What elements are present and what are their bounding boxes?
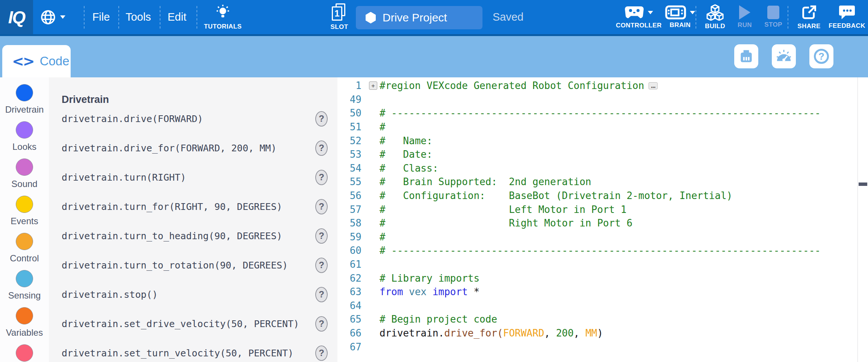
play-icon: [739, 5, 750, 20]
sidebar-item-looks[interactable]: Looks: [0, 121, 49, 152]
command-help-button[interactable]: ?: [315, 258, 328, 273]
command-help-button[interactable]: ?: [315, 228, 328, 244]
sidebar-item-variables[interactable]: Variables: [0, 307, 49, 338]
palette-command-row[interactable]: drivetrain.turn_to_heading(90, DEGREES)?: [49, 221, 337, 250]
slot-button[interactable]: 1 SLOT: [325, 0, 354, 34]
share-button[interactable]: SHARE: [792, 0, 826, 34]
menu-file[interactable]: File: [88, 0, 114, 34]
palette-command-text[interactable]: drivetrain.turn_to_heading(90, DEGREES): [62, 231, 282, 241]
code-line[interactable]: 60# ------------------------------------…: [337, 244, 868, 258]
code-line[interactable]: 56# Configuration: BaseBot (Drivetrain 2…: [337, 189, 868, 203]
palette-command-text[interactable]: drivetrain.turn_to_rotation(90, DEGREES): [62, 260, 288, 271]
collapsed-region-indicator[interactable]: …: [649, 82, 658, 89]
command-help-button[interactable]: ?: [315, 345, 328, 361]
sidebar-item-drivetrain[interactable]: Drivetrain: [0, 84, 49, 115]
code-line[interactable]: 65# Begin project code: [337, 312, 868, 326]
code-text[interactable]: from vex import *: [380, 286, 479, 297]
code-line[interactable]: 62# Library imports: [337, 271, 868, 285]
palette-command-text[interactable]: drivetrain.stop(): [62, 289, 158, 300]
code-line[interactable]: 66drivetrain.drive_for(FORWARD, 200, MM): [337, 326, 868, 340]
code-line[interactable]: 57# Left Motor in Port 1: [337, 202, 868, 216]
code-text[interactable]: #: [380, 231, 386, 243]
code-text[interactable]: # Name:: [380, 135, 432, 146]
palette-command-text[interactable]: drivetrain.turn_for(RIGHT, 90, DEGREES): [62, 201, 282, 212]
code-text[interactable]: drivetrain.drive_for(FORWARD, 200, MM): [380, 327, 603, 339]
device-port-button[interactable]: [734, 44, 758, 68]
palette-command-row[interactable]: drivetrain.drive_for(FORWARD, 200, MM)?: [49, 133, 337, 163]
sidebar-item-sensing[interactable]: Sensing: [0, 270, 49, 301]
palette-command-row[interactable]: drivetrain.set_drive_velocity(50, PERCEN…: [49, 309, 337, 338]
tutorials-button[interactable]: TUTORIALS: [202, 0, 243, 34]
controller-button[interactable]: CONTROLLER: [611, 0, 667, 34]
code-line[interactable]: 50# ------------------------------------…: [337, 106, 868, 120]
command-help-button[interactable]: ?: [315, 199, 328, 214]
palette-command-row[interactable]: drivetrain.drive(FORWARD)?: [49, 104, 337, 133]
code-text[interactable]: # Configuration: BaseBot (Drivetrain 2-m…: [380, 190, 732, 201]
sidebar-item-sound[interactable]: Sound: [0, 158, 49, 189]
code-text[interactable]: # Begin project code: [380, 314, 497, 325]
code-line[interactable]: 53# Date:: [337, 148, 868, 161]
build-button[interactable]: BUILD: [700, 0, 730, 34]
code-line[interactable]: 61: [337, 258, 868, 272]
code-editor[interactable]: 1+#region VEXcode Generated Robot Config…: [337, 77, 868, 362]
code-text[interactable]: #: [380, 121, 386, 133]
scrollbar-thumb[interactable]: [859, 183, 867, 186]
palette-command-text[interactable]: drivetrain.set_drive_velocity(50, PERCEN…: [62, 318, 299, 329]
code-line[interactable]: 51#: [337, 120, 868, 134]
code-line[interactable]: 52# Name:: [337, 134, 868, 148]
line-number: 67: [337, 341, 364, 353]
sidebar-item-category-8[interactable]: [0, 344, 49, 362]
command-help-button[interactable]: ?: [315, 170, 328, 185]
fold-expand-icon[interactable]: +: [369, 81, 377, 90]
feedback-button[interactable]: FEEDBACK: [828, 0, 866, 34]
stop-button[interactable]: STOP: [760, 0, 787, 34]
code-token: #region VEXcode Generated Robot Configur…: [380, 80, 644, 91]
code-line[interactable]: 1+#region VEXcode Generated Robot Config…: [337, 79, 868, 93]
code-text[interactable]: # Class:: [380, 163, 439, 174]
code-line[interactable]: 63from vex import *: [337, 285, 868, 299]
code-text[interactable]: # Library imports: [380, 273, 479, 284]
palette-command-text[interactable]: drivetrain.turn(RIGHT): [62, 172, 186, 183]
sidebar-item-control[interactable]: Control: [0, 233, 49, 264]
code-text[interactable]: # Brain Supported: 2nd generation: [380, 176, 591, 187]
code-text[interactable]: # Right Motor in Port 6: [380, 217, 632, 229]
palette-command-row[interactable]: drivetrain.stop()?: [49, 280, 337, 309]
code-text[interactable]: # --------------------------------------…: [380, 245, 821, 256]
command-help-button[interactable]: ?: [315, 316, 328, 332]
code-text[interactable]: # Date:: [380, 149, 432, 160]
palette-command-text[interactable]: drivetrain.drive(FORWARD): [62, 113, 203, 124]
palette-command-text[interactable]: drivetrain.set_turn_velocity(50, PERCENT…: [62, 348, 293, 359]
command-help-button[interactable]: ?: [315, 111, 328, 127]
language-globe-button[interactable]: [36, 0, 69, 34]
code-token: # Brain Supported: 2nd generation: [380, 176, 591, 187]
run-button[interactable]: RUN: [731, 0, 758, 34]
project-name-button[interactable]: Drive Project: [356, 6, 482, 29]
code-line[interactable]: 67: [337, 340, 868, 354]
help-button[interactable]: ?: [809, 44, 833, 68]
sidebar-item-events[interactable]: Events: [0, 196, 49, 226]
code-line[interactable]: 54# Class:: [337, 161, 868, 175]
monitor-dashboard-button[interactable]: [772, 44, 796, 68]
code-token: *: [473, 286, 479, 297]
command-help-button[interactable]: ?: [315, 140, 328, 156]
palette-command-text[interactable]: drivetrain.drive_for(FORWARD, 200, MM): [62, 143, 277, 154]
palette-command-row[interactable]: drivetrain.turn_to_rotation(90, DEGREES)…: [49, 250, 337, 280]
code-line[interactable]: 55# Brain Supported: 2nd generation: [337, 175, 868, 189]
palette-command-row[interactable]: drivetrain.turn(RIGHT)?: [49, 163, 337, 192]
command-help-button[interactable]: ?: [315, 287, 328, 302]
code-text[interactable]: #region VEXcode Generated Robot Configur…: [380, 80, 658, 91]
line-number: 54: [337, 163, 364, 174]
code-line[interactable]: 49: [337, 93, 868, 107]
tab-code[interactable]: <> Code: [2, 45, 71, 77]
code-line[interactable]: 59#: [337, 230, 868, 244]
brain-button[interactable]: BRAIN: [661, 0, 699, 34]
code-text[interactable]: # --------------------------------------…: [380, 107, 821, 119]
code-line[interactable]: 64: [337, 299, 868, 313]
menu-edit[interactable]: Edit: [165, 0, 189, 34]
code-token: FORWARD: [503, 327, 544, 339]
palette-command-row[interactable]: drivetrain.turn_for(RIGHT, 90, DEGREES)?: [49, 192, 337, 221]
code-text[interactable]: # Left Motor in Port 1: [380, 204, 626, 215]
menu-tools[interactable]: Tools: [123, 0, 153, 34]
palette-command-row[interactable]: drivetrain.set_turn_velocity(50, PERCENT…: [49, 338, 337, 362]
code-line[interactable]: 58# Right Motor in Port 6: [337, 216, 868, 230]
